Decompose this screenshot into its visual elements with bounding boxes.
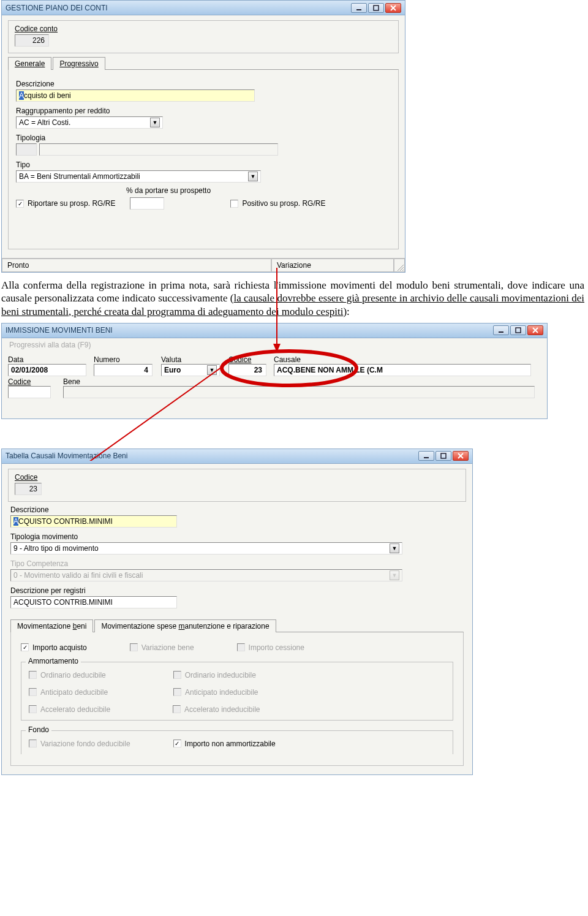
menu-progressivi[interactable]: Progressivi alla data (F9) xyxy=(2,338,547,352)
codice2-label: Codice xyxy=(8,377,57,386)
riportare-checkbox[interactable]: ✓ Riportare su prosp. RG/RE xyxy=(16,199,115,208)
codice2-field[interactable] xyxy=(8,386,51,398)
window-title: IMMISSIONE MOVIMENTI BENI xyxy=(6,326,113,335)
bene-label: Bene xyxy=(63,377,541,386)
codice-label: Codice xyxy=(228,355,274,364)
statusbar: Pronto Variazione xyxy=(2,258,405,272)
chk-variazione-bene: Variazione bene xyxy=(130,643,194,652)
raggruppamento-dropdown[interactable]: AC = Altri Costi. ▼ xyxy=(16,116,163,129)
window-immissione-movimenti: IMMISSIONE MOVIMENTI BENI Progressivi al… xyxy=(1,323,548,419)
tipologia-desc-field xyxy=(39,143,278,156)
chk-accelerato-deducibile: Accelerato deducibile xyxy=(29,705,110,714)
minimize-button[interactable] xyxy=(493,325,509,335)
chk-importo-acquisto[interactable]: ✓Importo acquisto xyxy=(21,643,87,652)
maximize-button[interactable] xyxy=(368,3,384,13)
codice-conto-field[interactable]: 226 xyxy=(15,34,49,47)
chk-importo-cessione: Importo cessione xyxy=(237,643,304,652)
chk-accelerato-indeducibile: Accelerato indeducibile xyxy=(173,705,260,714)
chk-ordinario-indeducibile: Ordinario indeducibile xyxy=(173,671,256,679)
minimize-button[interactable] xyxy=(418,451,434,461)
tipo-value: BA = Beni Strumentali Ammortizzabili xyxy=(19,172,140,181)
positivo-checkbox[interactable]: Positivo su prosp. RG/RE xyxy=(230,199,325,208)
window-tabella-causali: Tabella Causali Movimentazione Beni Codi… xyxy=(1,449,473,775)
close-button[interactable] xyxy=(527,325,543,335)
chk-variazione-fondo-deducibile: Variazione fondo deducibile xyxy=(29,740,130,748)
titlebar: GESTIONE PIANO DEI CONTI xyxy=(2,1,405,15)
group-ammortamento: Ordinario deducibile Ordinario indeducib… xyxy=(21,662,453,721)
codice-conto-label: Codice conto xyxy=(15,25,392,33)
descrizione-field[interactable]: ACQUISTO CONTRIB.MINIMIACQUISTO CONTRIB.… xyxy=(10,515,177,528)
bene-field xyxy=(63,386,535,398)
numero-field[interactable]: 4 xyxy=(94,364,153,376)
titlebar: IMMISSIONE MOVIMENTI BENI xyxy=(2,324,547,338)
svg-rect-8 xyxy=(516,328,521,333)
tipologia-label: Tipologia xyxy=(16,134,391,142)
chk-anticipato-indeducibile: Anticipato indeducibile xyxy=(173,688,258,697)
group-fondo-label: Fondo xyxy=(26,725,51,734)
tipo-dropdown[interactable]: BA = Beni Strumentali Ammortizzabili ▼ xyxy=(16,170,261,183)
tab-progressivo[interactable]: Progressivo xyxy=(53,57,105,70)
causale-label: Causale xyxy=(274,355,541,364)
chevron-down-icon[interactable]: ▼ xyxy=(207,365,217,375)
tab-mov-spese[interactable]: Movimentazione spese manutenzione e ripa… xyxy=(94,619,276,632)
chevron-down-icon[interactable]: ▼ xyxy=(390,543,399,553)
codice-label: Codice xyxy=(15,473,459,482)
tipologia-mov-dropdown[interactable]: 9 - Altro tipo di movimento ▼ xyxy=(10,542,402,555)
causale-field[interactable]: ACQ.BENE NON AMM.LE (C.M xyxy=(274,364,531,376)
valuta-dropdown[interactable]: Euro ▼ xyxy=(161,364,220,376)
chk-importo-non-ammortizzabile[interactable]: ✓Importo non ammortizzabile xyxy=(173,740,276,748)
codice-field[interactable]: 23 xyxy=(228,364,266,376)
data-field[interactable]: 02/01/2008 xyxy=(8,364,86,376)
status-right: Variazione xyxy=(271,259,394,272)
minimize-button[interactable] xyxy=(351,3,367,13)
window-title: GESTIONE PIANO DEI CONTI xyxy=(6,4,108,12)
tipocomp-dropdown: 0 - Movimento valido ai fini civili e fi… xyxy=(10,569,402,581)
svg-rect-1 xyxy=(374,6,379,10)
tipocomp-label: Tipo Competenza xyxy=(10,559,464,568)
raggruppamento-label: Raggruppamento per reddito xyxy=(16,107,391,115)
valuta-label: Valuta xyxy=(161,355,228,364)
descrizione-field[interactable]: AAcquisto di benicquisto di beni xyxy=(16,89,255,102)
tabs: Generale Progressivo xyxy=(8,57,399,70)
pct-label: % da portare su prospetto xyxy=(126,186,211,195)
tipologia-code-field[interactable] xyxy=(16,143,37,156)
codice-field[interactable]: 23 xyxy=(15,483,42,495)
close-button[interactable] xyxy=(385,3,401,13)
body-paragraph: Alla conferma della registrazione in pri… xyxy=(0,278,588,323)
group-fondo: Variazione fondo deducibile ✓Importo non… xyxy=(21,730,453,754)
descreg-label: Descrizione per registri xyxy=(10,586,464,595)
pct-field[interactable] xyxy=(130,197,164,210)
chevron-down-icon[interactable]: ▼ xyxy=(248,172,258,181)
numero-label: Numero xyxy=(94,355,161,364)
chk-ordinario-deducibile: Ordinario deducibile xyxy=(29,671,106,679)
tipo-label: Tipo xyxy=(16,161,391,169)
tab-generale[interactable]: Generale xyxy=(8,57,51,70)
descreg-field[interactable]: ACQUISTO CONTRIB.MINIMI xyxy=(10,596,177,608)
chevron-down-icon[interactable]: ▼ xyxy=(150,118,160,127)
titlebar: Tabella Causali Movimentazione Beni xyxy=(2,449,472,464)
descrizione-label: Descrizione xyxy=(10,505,464,514)
chk-anticipato-deducibile: Anticipato deducibile xyxy=(29,688,108,697)
window-gestione-piano-conti: GESTIONE PIANO DEI CONTI Codice conto 22… xyxy=(1,0,405,273)
descrizione-label: Descrizione xyxy=(16,80,391,88)
tipologia-mov-label: Tipologia movimento xyxy=(10,532,464,541)
svg-line-6 xyxy=(402,270,404,271)
status-left: Pronto xyxy=(2,259,271,272)
chevron-down-icon: ▼ xyxy=(390,570,399,580)
resize-grip-icon[interactable] xyxy=(396,263,404,271)
close-button[interactable] xyxy=(453,451,469,461)
data-label: Data xyxy=(8,355,94,364)
group-ammortamento-label: Ammortamento xyxy=(26,657,81,665)
maximize-button[interactable] xyxy=(510,325,526,335)
raggruppamento-value: AC = Altri Costi. xyxy=(19,118,70,127)
svg-rect-12 xyxy=(441,453,446,458)
maximize-button[interactable] xyxy=(435,451,451,461)
tab-mov-beni[interactable]: Movimentazione beni xyxy=(10,619,93,632)
window-title: Tabella Causali Movimentazione Beni xyxy=(6,452,127,460)
